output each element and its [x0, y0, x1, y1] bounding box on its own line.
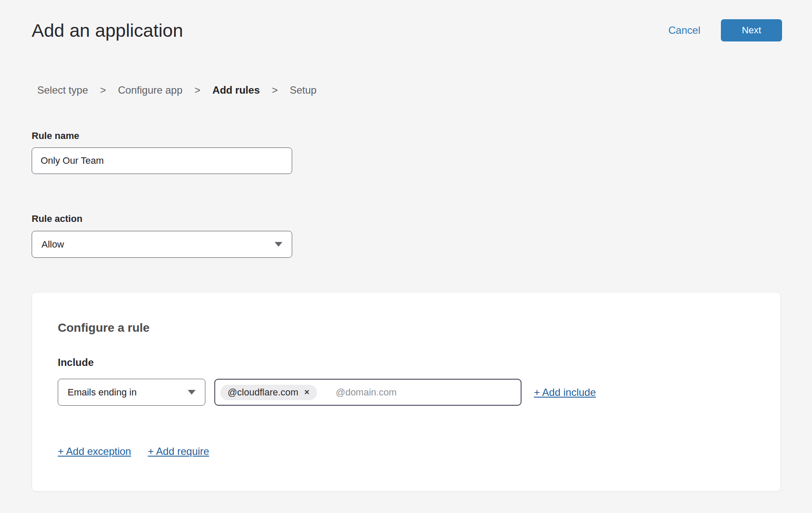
configure-rule-card: Configure a rule Include Emails ending i…	[32, 292, 781, 492]
breadcrumb-step-setup[interactable]: Setup	[290, 84, 317, 97]
rule-action-select[interactable]: Allow	[32, 231, 292, 258]
cancel-button[interactable]: Cancel	[668, 24, 700, 36]
remove-tag-icon[interactable]: ✕	[304, 388, 309, 396]
breadcrumb: Select type > Configure app > Add rules …	[32, 84, 812, 97]
add-exception-link[interactable]: + Add exception	[58, 445, 131, 458]
next-button[interactable]: Next	[721, 19, 782, 41]
breadcrumb-step-add-rules[interactable]: Add rules	[213, 84, 260, 97]
breadcrumb-separator: >	[272, 84, 278, 97]
include-selector-select[interactable]: Emails ending in	[58, 379, 205, 406]
rule-action-label: Rule action	[32, 213, 812, 225]
header-actions: Cancel Next	[668, 19, 782, 41]
include-selector-value: Emails ending in	[68, 387, 136, 398]
chevron-down-icon	[188, 390, 196, 395]
include-label: Include	[58, 356, 755, 369]
add-require-link[interactable]: + Add require	[148, 445, 209, 458]
add-application-page: Add an application Cancel Next Select ty…	[0, 0, 812, 513]
card-title: Configure a rule	[58, 292, 755, 335]
breadcrumb-step-select-type[interactable]: Select type	[37, 84, 88, 97]
email-domain-chip: @cloudflare.com ✕	[220, 385, 317, 400]
rule-action-selected-value: Allow	[41, 239, 64, 250]
email-domain-chip-label: @cloudflare.com	[228, 387, 298, 398]
breadcrumb-step-configure-app[interactable]: Configure app	[118, 84, 183, 97]
email-domain-input[interactable]	[335, 386, 516, 398]
breadcrumb-separator: >	[100, 84, 106, 97]
chevron-down-icon	[275, 242, 282, 247]
rule-name-label: Rule name	[32, 130, 812, 142]
add-include-link[interactable]: + Add include	[534, 386, 596, 399]
email-domains-tag-input[interactable]: @cloudflare.com ✕	[214, 379, 522, 406]
include-row: Emails ending in @cloudflare.com ✕ + Add…	[58, 379, 755, 406]
page-header: Add an application Cancel Next	[32, 0, 812, 42]
card-links: + Add exception + Add require	[58, 445, 755, 458]
rule-name-input[interactable]	[32, 147, 292, 174]
breadcrumb-separator: >	[195, 84, 201, 97]
page-title: Add an application	[32, 19, 183, 42]
